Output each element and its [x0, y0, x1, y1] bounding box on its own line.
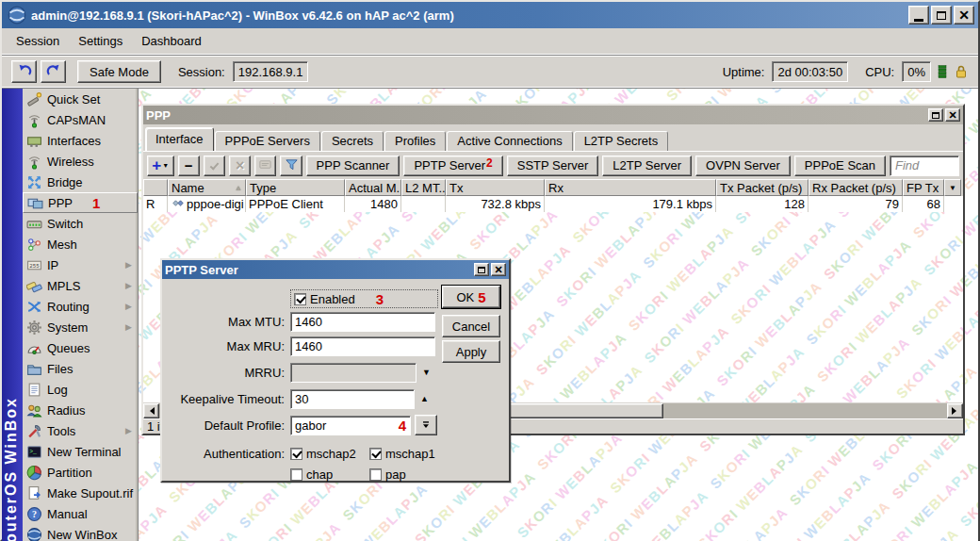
redo-icon — [46, 63, 61, 81]
pap-checkbox[interactable] — [369, 468, 382, 481]
sidebar-item-make-supout-rif[interactable]: Make Supout.rif — [23, 483, 138, 503]
sidebar-item-label: Quick Set — [47, 92, 100, 107]
tab-active-connections[interactable]: Active Connections — [447, 131, 572, 151]
sidebar-item-routing[interactable]: Routing▶ — [23, 296, 138, 317]
ppp-close-button[interactable]: ✕ — [945, 108, 960, 122]
sidebar-item-bridge[interactable]: Bridge — [23, 172, 138, 192]
tab-interface[interactable]: Interface — [145, 127, 214, 151]
tab-l2tp-secrets[interactable]: L2TP Secrets — [574, 131, 669, 151]
sidebar-item-label: MPLS — [47, 279, 80, 293]
undo-button[interactable] — [11, 60, 37, 83]
dialog-close-button[interactable]: ✕ — [491, 263, 506, 276]
sidebar-item-new-terminal[interactable]: >_New Terminal — [23, 441, 138, 462]
sidebar-item-interfaces[interactable]: Interfaces — [23, 130, 138, 151]
mschap2-checkbox[interactable] — [290, 448, 302, 460]
max-mru-input[interactable] — [290, 336, 435, 356]
add-button[interactable]: +▼ — [147, 156, 174, 176]
menu-item-dashboard[interactable]: Dashboard — [133, 30, 210, 52]
table-row[interactable]: Rpppoe-digiPPPoE Client1480732.8 kbps179… — [143, 196, 963, 212]
pptp-server-button[interactable]: PPTP Server2 — [403, 156, 502, 176]
sidebar-item-label: Log — [47, 383, 68, 397]
session-value[interactable]: 192.168.9.1 — [233, 61, 309, 82]
column-header-flags[interactable] — [143, 179, 168, 196]
tab-secrets[interactable]: Secrets — [321, 131, 384, 151]
cell-rx-packet-p-s: 79 — [808, 196, 903, 212]
sidebar-item-new-winbox[interactable]: New WinBox — [23, 524, 138, 541]
sidebar-item-manual[interactable]: ?Manual — [23, 503, 138, 524]
keepalive-timeout-input[interactable] — [290, 389, 415, 409]
menu-item-session[interactable]: Session — [8, 30, 68, 52]
ovpn-server-button[interactable]: OVPN Server — [695, 156, 791, 176]
ppp-window-titlebar[interactable]: PPP ✕ — [143, 106, 963, 124]
dialog-maximize-button[interactable] — [474, 263, 489, 276]
l2tp-server-button[interactable]: L2TP Server — [602, 156, 692, 176]
column-label: L2 MT... — [405, 181, 446, 195]
tab-pppoe-servers[interactable]: PPPoE Servers — [215, 131, 320, 151]
maximize-button[interactable] — [931, 6, 952, 25]
mschap1-checkbox[interactable] — [369, 448, 382, 460]
column-header-tx-packet-p-s[interactable]: Tx Packet (p/s) — [716, 179, 808, 196]
sidebar-item-ppp[interactable]: PPP1 — [23, 192, 138, 213]
minimize-button[interactable] — [908, 6, 929, 25]
menu-item-settings[interactable]: Settings — [70, 30, 131, 52]
queues-icon — [26, 340, 42, 356]
column-header-fp-tx[interactable]: FP Tx — [903, 179, 944, 196]
disable-button[interactable]: × — [229, 156, 251, 176]
sidebar-item-quick-set[interactable]: Quick Set — [23, 89, 138, 109]
max-mtu-input[interactable] — [290, 312, 435, 332]
tab-profiles[interactable]: Profiles — [384, 131, 446, 151]
column-header-tx[interactable]: Tx — [446, 179, 545, 196]
ppp-icon — [27, 195, 43, 211]
chap-checkbox[interactable] — [290, 468, 302, 481]
sidebar-item-mpls[interactable]: MPLS▶ — [23, 275, 138, 296]
filter-button[interactable] — [280, 156, 302, 176]
cell-actual-m: 1480 — [345, 196, 401, 212]
sidebar-item-label: Files — [47, 362, 73, 376]
column-header-name[interactable]: Name▲ — [168, 179, 246, 196]
sidebar-item-queues[interactable]: Queues — [23, 337, 138, 358]
sidebar-item-tools[interactable]: Tools▶ — [23, 420, 138, 441]
spinner-up-icon[interactable]: ▲ — [420, 394, 429, 403]
dropdown-button[interactable] — [415, 415, 437, 435]
column-header-rx[interactable]: Rx — [545, 179, 716, 196]
sidebar-item-radius[interactable]: Radius — [23, 400, 138, 420]
sstp-server-button[interactable]: SSTP Server — [507, 156, 599, 176]
scroll-left-button[interactable] — [143, 403, 159, 418]
sidebar-item-ip[interactable]: 255IP▶ — [23, 254, 138, 275]
column-header-type[interactable]: Type — [246, 179, 345, 196]
sidebar-item-log[interactable]: Log — [23, 379, 138, 400]
cancel-button[interactable]: Cancel — [442, 315, 500, 337]
safe-mode-button[interactable]: Safe Mode — [77, 60, 161, 83]
column-header-rx-packet-p-s[interactable]: Rx Packet (p/s) — [808, 179, 903, 196]
mrru-select[interactable] — [290, 363, 416, 383]
pppoe-scan-button[interactable]: PPPoE Scan — [794, 156, 886, 176]
apply-button[interactable]: Apply — [442, 340, 500, 363]
sidebar-item-capsman[interactable]: CAPsMAN — [23, 109, 138, 130]
close-button[interactable]: ✕ — [954, 6, 974, 25]
sidebar-item-mesh[interactable]: Mesh — [23, 234, 138, 254]
sidebar-item-system[interactable]: System▶ — [23, 317, 138, 337]
enable-button[interactable] — [204, 156, 225, 176]
default-profile-select[interactable]: gabor4 — [290, 416, 411, 435]
redo-button[interactable] — [41, 60, 66, 83]
column-header-l2-mt[interactable]: L2 MT... — [401, 179, 446, 196]
comment-button[interactable] — [254, 156, 276, 176]
ppp-scanner-button[interactable]: PPP Scanner — [306, 156, 400, 176]
column-selector-button[interactable]: ▼ — [944, 179, 961, 196]
sidebar-item-wireless[interactable]: Wireless — [23, 151, 138, 172]
sidebar-item-partition[interactable]: Partition — [23, 462, 138, 483]
find-input[interactable] — [890, 156, 959, 176]
sidebar-item-switch[interactable]: Switch — [23, 213, 138, 234]
scroll-right-button[interactable] — [947, 403, 963, 418]
column-header-actual-m[interactable]: Actual M... — [345, 179, 401, 196]
dialog-titlebar[interactable]: PPTP Server ✕ — [162, 260, 509, 279]
remove-button[interactable]: − — [178, 156, 200, 176]
sidebar-item-label: PPP — [48, 196, 73, 210]
ok-button[interactable]: OK5 — [442, 286, 500, 308]
enabled-checkbox[interactable] — [294, 293, 306, 305]
ppp-maximize-button[interactable] — [928, 108, 943, 122]
sidebar-item-files[interactable]: Files — [23, 358, 138, 379]
field-label: Max MTU: — [170, 315, 285, 329]
padlock-icon — [954, 64, 969, 79]
pppoe-interface-icon — [171, 199, 186, 210]
